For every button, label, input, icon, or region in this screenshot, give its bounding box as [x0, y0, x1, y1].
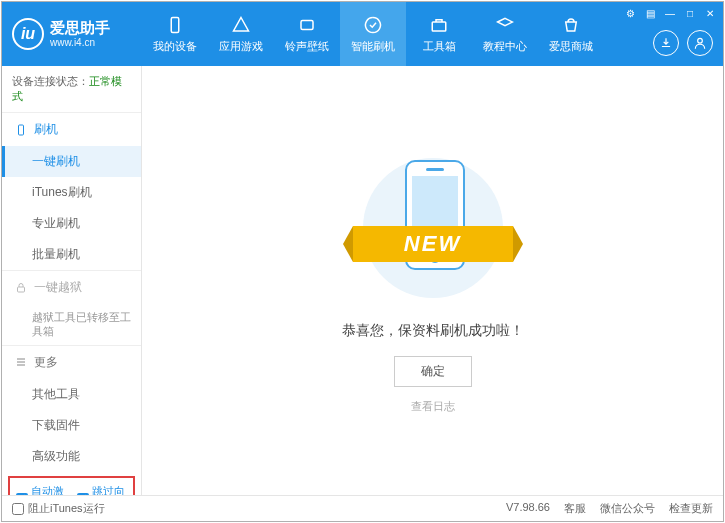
- phone-icon: [14, 123, 28, 137]
- store-icon: [561, 15, 581, 35]
- main-content: NEW 恭喜您，保资料刷机成功啦！ 确定 查看日志: [142, 66, 723, 495]
- apps-icon: [231, 15, 251, 35]
- nav-tutorial[interactable]: 教程中心: [472, 2, 538, 66]
- logo-icon: iu: [12, 18, 44, 50]
- toolbox-icon: [429, 15, 449, 35]
- svg-rect-2: [432, 22, 446, 31]
- ok-button[interactable]: 确定: [394, 356, 472, 387]
- svg-rect-4: [19, 125, 24, 135]
- svg-point-3: [698, 38, 703, 43]
- flash-icon: [363, 15, 383, 35]
- menu-icon: [14, 355, 28, 369]
- download-icon[interactable]: [653, 30, 679, 56]
- footer-link-wechat[interactable]: 微信公众号: [600, 501, 655, 516]
- view-log-link[interactable]: 查看日志: [411, 399, 455, 414]
- version-label: V7.98.66: [506, 501, 550, 516]
- user-icon[interactable]: [687, 30, 713, 56]
- sidebar-more-header[interactable]: 更多: [2, 346, 141, 379]
- footer-link-support[interactable]: 客服: [564, 501, 586, 516]
- sidebar-item-other-tools[interactable]: 其他工具: [2, 379, 141, 410]
- sidebar-item-batch-flash[interactable]: 批量刷机: [2, 239, 141, 270]
- tutorial-icon: [495, 15, 515, 35]
- sidebar: 设备连接状态：正常模式 刷机 一键刷机 iTunes刷机 专业刷机 批量刷机 一…: [2, 66, 142, 495]
- device-status: 设备连接状态：正常模式: [2, 66, 141, 112]
- nav-store[interactable]: 爱思商城: [538, 2, 604, 66]
- ringtone-icon: [297, 15, 317, 35]
- main-nav: 我的设备 应用游戏 铃声壁纸 智能刷机 工具箱 教程中心: [142, 2, 604, 66]
- minimize-button[interactable]: —: [663, 6, 677, 20]
- app-header: iu 爱思助手 www.i4.cn 我的设备 应用游戏 铃声壁纸 智能刷机: [2, 2, 723, 66]
- nav-flash[interactable]: 智能刷机: [340, 2, 406, 66]
- nav-apps[interactable]: 应用游戏: [208, 2, 274, 66]
- svg-rect-1: [301, 20, 313, 29]
- nav-my-device[interactable]: 我的设备: [142, 2, 208, 66]
- sidebar-item-advanced[interactable]: 高级功能: [2, 441, 141, 472]
- app-subtitle: www.i4.cn: [50, 37, 110, 48]
- sidebar-item-pro-flash[interactable]: 专业刷机: [2, 208, 141, 239]
- nav-ringtone[interactable]: 铃声壁纸: [274, 2, 340, 66]
- app-title: 爱思助手: [50, 20, 110, 37]
- options-box: 自动激活 跳过向导: [8, 476, 135, 495]
- svg-rect-5: [18, 287, 25, 292]
- lock-icon: [14, 281, 28, 295]
- block-itunes-checkbox[interactable]: 阻止iTunes运行: [12, 501, 105, 516]
- pin-icon[interactable]: ▤: [643, 6, 657, 20]
- sidebar-item-download-firmware[interactable]: 下载固件: [2, 410, 141, 441]
- sidebar-jailbreak-header: 一键越狱: [2, 271, 141, 304]
- sidebar-item-oneclick-flash[interactable]: 一键刷机: [2, 146, 141, 177]
- jailbreak-note: 越狱工具已转移至工具箱: [2, 304, 141, 345]
- settings-icon[interactable]: ⚙: [623, 6, 637, 20]
- sidebar-flash-header[interactable]: 刷机: [2, 113, 141, 146]
- success-message: 恭喜您，保资料刷机成功啦！: [342, 322, 524, 340]
- close-button[interactable]: ✕: [703, 6, 717, 20]
- sidebar-item-itunes-flash[interactable]: iTunes刷机: [2, 177, 141, 208]
- logo: iu 爱思助手 www.i4.cn: [2, 18, 142, 50]
- skip-guide-checkbox[interactable]: 跳过向导: [77, 484, 128, 495]
- auto-activate-checkbox[interactable]: 自动激活: [16, 484, 67, 495]
- footer: 阻止iTunes运行 V7.98.66 客服 微信公众号 检查更新: [2, 495, 723, 521]
- device-icon: [165, 15, 185, 35]
- success-illustration: NEW: [353, 148, 513, 308]
- svg-rect-0: [171, 17, 179, 32]
- nav-toolbox[interactable]: 工具箱: [406, 2, 472, 66]
- maximize-button[interactable]: □: [683, 6, 697, 20]
- ribbon-text: NEW: [353, 226, 513, 262]
- footer-link-update[interactable]: 检查更新: [669, 501, 713, 516]
